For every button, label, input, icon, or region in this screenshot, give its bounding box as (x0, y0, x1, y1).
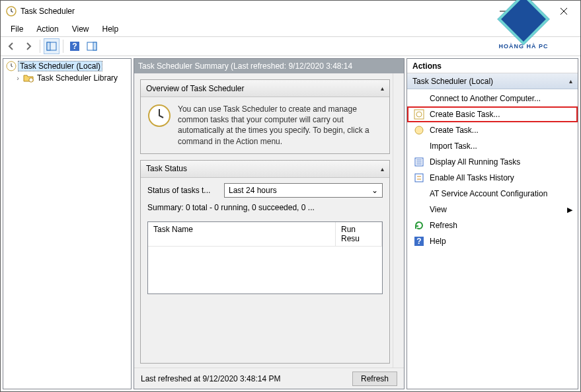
clock-large-icon (147, 104, 171, 128)
summary-pane: Task Scheduler Summary (Last refreshed: … (134, 58, 405, 389)
task-status-section: Task Status ▴ Status of tasks t... Last … (140, 160, 390, 364)
action-create-task[interactable]: Create Task... (407, 122, 578, 138)
action-label: AT Service Account Configuration (430, 189, 547, 198)
action-label: Help (430, 237, 446, 246)
app-window: HOÀNG HÀ PC Task Scheduler File Action V… (0, 0, 581, 392)
app-clock-icon (6, 6, 17, 17)
task-status-table: Task Name Run Resu (147, 221, 383, 294)
blank-icon (414, 93, 424, 104)
action-display-running[interactable]: Display All Running Tasks (407, 154, 578, 170)
window-title: Task Scheduler (20, 7, 488, 16)
collapse-up-icon: ▴ (381, 85, 384, 92)
column-task-name[interactable]: Task Name (148, 222, 336, 247)
refresh-icon (414, 220, 424, 231)
action-create-basic-task[interactable]: Create Basic Task... (407, 106, 578, 122)
toggle-tree-pane-button[interactable] (44, 38, 59, 54)
chevron-down-icon: ⌄ (371, 186, 378, 195)
navigation-tree-pane: Task Scheduler (Local) › Task Scheduler … (3, 58, 132, 389)
action-label: Connect to Another Computer... (430, 94, 541, 103)
overview-text: You can use Task Scheduler to create and… (178, 104, 383, 147)
minimize-button[interactable] (488, 1, 518, 21)
svg-text:?: ? (72, 42, 77, 51)
action-enable-history[interactable]: Enable All Tasks History (407, 170, 578, 186)
history-icon (414, 173, 424, 183)
overview-title: Overview of Task Scheduler (146, 84, 245, 93)
titlebar: Task Scheduler (1, 1, 580, 22)
svg-rect-1 (531, 9, 537, 15)
column-run-result[interactable]: Run Resu (336, 222, 382, 247)
svg-rect-7 (93, 42, 97, 50)
close-button[interactable] (549, 1, 579, 21)
status-range-combo[interactable]: Last 24 hours ⌄ (224, 183, 383, 198)
actions-pane: Actions Task Scheduler (Local) ▴ Connect… (407, 58, 578, 389)
action-label: Import Task... (430, 141, 477, 151)
refresh-button[interactable]: Refresh (352, 372, 397, 386)
help-button[interactable]: ? (67, 38, 83, 54)
toolbar-separator (40, 40, 40, 53)
action-label: Create Basic Task... (430, 110, 500, 119)
menu-action[interactable]: Action (30, 23, 64, 35)
action-label: Create Task... (430, 126, 479, 135)
menubar: File Action View Help (1, 22, 580, 36)
toolbar: ? (1, 36, 580, 56)
summary-footer: Last refreshed at 9/12/2020 3:48:14 PM R… (134, 368, 404, 389)
action-label: Enable All Tasks History (430, 173, 514, 182)
toolbar-separator (63, 40, 63, 53)
overview-section: Overview of Task Scheduler ▴ You can use… (140, 79, 390, 154)
menu-help[interactable]: Help (97, 23, 125, 35)
svg-rect-3 (47, 42, 50, 50)
tree-node-root[interactable]: Task Scheduler (Local) (5, 60, 130, 72)
overview-section-header[interactable]: Overview of Task Scheduler ▴ (141, 80, 389, 97)
submenu-arrow-icon: ▶ (567, 206, 572, 214)
status-section-header[interactable]: Task Status ▴ (141, 161, 389, 178)
task-new-icon (414, 125, 424, 136)
svg-rect-15 (415, 174, 423, 182)
svg-text:?: ? (416, 237, 421, 246)
tree-node-label: Task Scheduler (Local) (18, 61, 102, 71)
svg-point-9 (29, 78, 33, 82)
action-import-task[interactable]: Import Task... (407, 138, 578, 154)
tree-node-label: Task Scheduler Library (35, 73, 120, 83)
collapse-up-icon: ▴ (381, 165, 384, 173)
blank-icon (414, 141, 424, 151)
action-label: View (430, 205, 447, 214)
blank-icon (414, 188, 424, 199)
action-at-config[interactable]: AT Service Account Configuration (407, 186, 578, 202)
actions-group-label: Task Scheduler (Local) (412, 77, 493, 86)
help-icon: ? (414, 236, 424, 247)
toggle-actions-pane-button[interactable] (84, 38, 100, 54)
nav-back-button[interactable] (3, 38, 19, 54)
collapse-up-icon: ▴ (569, 77, 572, 85)
action-label: Display All Running Tasks (430, 157, 520, 167)
action-view-submenu[interactable]: View ▶ (407, 202, 578, 217)
actions-list: Connect to Another Computer... Create Ba… (407, 89, 578, 251)
summary-body: Overview of Task Scheduler ▴ You can use… (134, 73, 393, 368)
summary-header: Task Scheduler Summary (Last refreshed: … (134, 59, 404, 73)
action-help[interactable]: ? Help (407, 233, 578, 249)
tree-node-library[interactable]: › Task Scheduler Library (5, 72, 130, 84)
action-refresh[interactable]: Refresh (407, 217, 578, 233)
menu-file[interactable]: File (5, 23, 29, 35)
svg-rect-11 (414, 110, 424, 119)
clock-icon (6, 61, 17, 71)
nav-forward-button[interactable] (20, 38, 36, 54)
maximize-button[interactable] (518, 1, 549, 21)
main-area: Task Scheduler (Local) › Task Scheduler … (1, 56, 580, 391)
svg-point-13 (415, 126, 423, 134)
action-label: Refresh (430, 221, 457, 230)
action-connect-computer[interactable]: Connect to Another Computer... (407, 91, 578, 106)
expand-icon[interactable]: › (14, 75, 22, 82)
actions-group-header[interactable]: Task Scheduler (Local) ▴ (407, 73, 578, 89)
actions-pane-header: Actions (407, 59, 578, 73)
combo-value: Last 24 hours (229, 186, 277, 195)
status-range-label: Status of tasks t... (147, 186, 220, 195)
list-icon (414, 157, 424, 167)
menu-view[interactable]: View (66, 23, 95, 35)
status-title: Task Status (146, 164, 187, 173)
last-refreshed-text: Last refreshed at 9/12/2020 3:48:14 PM (141, 374, 280, 383)
wizard-icon (414, 109, 424, 120)
vertical-scrollbar[interactable] (393, 73, 404, 368)
folder-clock-icon (23, 73, 34, 83)
status-summary-text: Summary: 0 total - 0 running, 0 succeede… (141, 203, 389, 217)
blank-icon (414, 204, 424, 215)
